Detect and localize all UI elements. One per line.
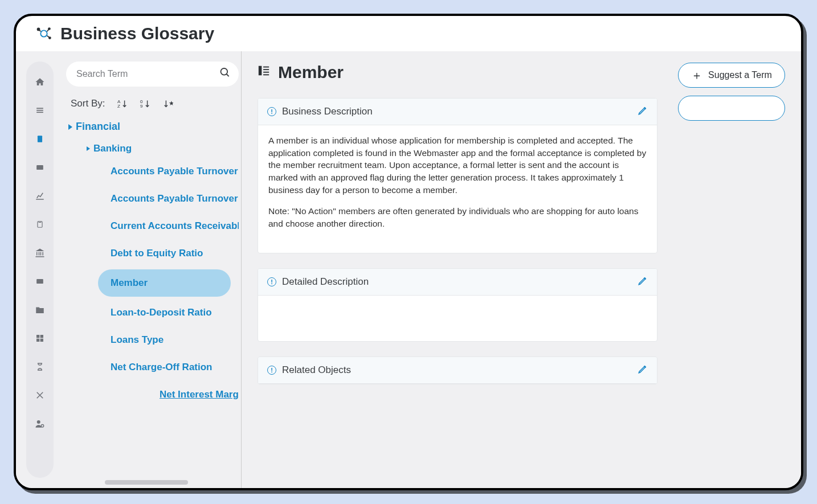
svg-rect-31: [263, 74, 269, 75]
note-icon[interactable]: [34, 162, 46, 173]
svg-text:Z: Z: [117, 104, 120, 109]
search-icon[interactable]: [219, 67, 231, 81]
tree: Financial Banking Accounts Payable Turno…: [66, 116, 239, 488]
svg-rect-28: [263, 67, 269, 68]
hourglass-icon[interactable]: [34, 361, 46, 372]
tools-icon[interactable]: [34, 390, 46, 401]
tree-item[interactable]: Current Accounts Receivable: [66, 212, 239, 240]
svg-rect-11: [36, 165, 43, 170]
secondary-action-button[interactable]: [678, 96, 785, 121]
svg-rect-27: [259, 66, 262, 76]
bank-icon[interactable]: [34, 247, 46, 259]
svg-rect-29: [263, 69, 269, 70]
info-icon: !: [267, 277, 276, 286]
section-body: A member is an individual whose applicat…: [258, 125, 657, 253]
main-content: Member ! Business Description A member i…: [258, 63, 657, 477]
svg-point-18: [37, 420, 40, 424]
tree-item[interactable]: Debt to Equity Ratio: [66, 240, 239, 267]
sidebar: Sort By: AZ 09 ★ Financial Banki: [59, 51, 242, 488]
svg-rect-13: [36, 279, 43, 284]
suggest-term-button[interactable]: ＋ Suggest a Term: [678, 63, 785, 88]
page-title: Member: [278, 63, 344, 82]
section-title: Detailed Description: [282, 276, 369, 288]
home-icon[interactable]: [34, 76, 46, 88]
glossary-term-icon: [258, 64, 270, 80]
app-logo-icon: [34, 24, 54, 43]
book-icon[interactable]: [34, 133, 46, 145]
search-wrap: [66, 62, 239, 87]
suggest-term-label: Suggest a Term: [708, 70, 772, 80]
section-business-description: ! Business Description A member is an in…: [258, 98, 657, 253]
svg-line-4: [39, 30, 41, 31]
folder-icon[interactable]: [34, 304, 46, 315]
section-header: ! Detailed Description: [258, 269, 657, 296]
page-title-row: Member: [258, 63, 657, 82]
svg-text:★: ★: [169, 100, 173, 106]
sort-alpha-icon[interactable]: AZ: [117, 99, 128, 109]
svg-rect-15: [40, 335, 43, 338]
svg-point-20: [221, 68, 228, 75]
description-paragraph: A member is an individual whose applicat…: [268, 134, 647, 196]
description-paragraph: Note: "No Action" members are often gene…: [268, 205, 647, 230]
list-icon[interactable]: [34, 105, 46, 116]
edit-icon[interactable]: [638, 276, 648, 288]
tree-item[interactable]: Net Charge-Off Ration: [66, 354, 239, 381]
sort-star-icon[interactable]: ★: [163, 99, 173, 109]
svg-text:9: 9: [140, 104, 143, 109]
info-icon: !: [267, 107, 276, 116]
tree-item[interactable]: Accounts Payable Turnover: [66, 158, 239, 185]
main: Member ! Business Description A member i…: [242, 51, 801, 488]
app-frame: Business Glossary Sort By: AZ 09: [14, 14, 803, 490]
svg-rect-9: [36, 112, 43, 113]
app-title: Business Glossary: [60, 24, 214, 43]
plus-icon: ＋: [691, 68, 702, 83]
section-body: [258, 296, 657, 341]
svg-line-6: [47, 36, 50, 38]
tree-item[interactable]: Loans Type: [66, 326, 239, 354]
tree-item[interactable]: Accounts Payable Turnover: [66, 185, 239, 212]
caret-icon: [87, 146, 90, 151]
clipboard-icon[interactable]: [34, 219, 46, 230]
svg-rect-8: [36, 110, 43, 111]
tree-item[interactable]: Loan-to-Deposit Ratio: [66, 299, 239, 326]
search-input[interactable]: [66, 62, 239, 87]
edit-icon[interactable]: [638, 105, 648, 118]
section-title: Related Objects: [282, 364, 351, 376]
horizontal-scrollbar[interactable]: [105, 480, 233, 485]
user-settings-icon[interactable]: [34, 418, 46, 429]
edit-icon[interactable]: [638, 364, 648, 376]
info-icon: !: [267, 366, 276, 375]
sort-label: Sort By:: [71, 98, 105, 109]
grid-icon[interactable]: [34, 333, 46, 344]
id-icon[interactable]: [34, 276, 46, 287]
svg-rect-30: [263, 72, 269, 73]
svg-rect-14: [36, 335, 39, 338]
section-title: Business Description: [282, 106, 373, 117]
section-detailed-description: ! Detailed Description: [258, 268, 657, 342]
section-related-objects: ! Related Objects: [258, 357, 657, 384]
tree-item[interactable]: Member: [98, 269, 231, 297]
svg-rect-17: [40, 339, 43, 342]
svg-rect-7: [36, 108, 43, 109]
svg-point-19: [41, 425, 44, 428]
svg-line-5: [47, 29, 49, 31]
section-header: ! Related Objects: [258, 357, 657, 384]
nav-rail: [26, 62, 54, 478]
tree-subcategory-label: Banking: [93, 143, 132, 154]
tree-item[interactable]: Net Interest Margin: [66, 381, 239, 408]
caret-icon: [68, 124, 72, 130]
svg-line-21: [227, 74, 229, 76]
svg-rect-16: [36, 339, 39, 342]
header: Business Glossary: [16, 16, 801, 51]
section-header: ! Business Description: [258, 99, 657, 125]
action-panel: ＋ Suggest a Term: [678, 63, 785, 477]
chart-icon[interactable]: [34, 190, 46, 202]
tree-category-financial[interactable]: Financial: [66, 116, 239, 137]
app-body: Sort By: AZ 09 ★ Financial Banki: [16, 51, 801, 488]
tree-category-label: Financial: [76, 121, 120, 133]
svg-rect-10: [38, 136, 42, 142]
sort-numeric-icon[interactable]: 09: [140, 99, 150, 109]
tree-subcategory-banking[interactable]: Banking: [66, 137, 239, 158]
svg-point-0: [40, 30, 47, 36]
sort-row: Sort By: AZ 09 ★: [66, 96, 239, 116]
